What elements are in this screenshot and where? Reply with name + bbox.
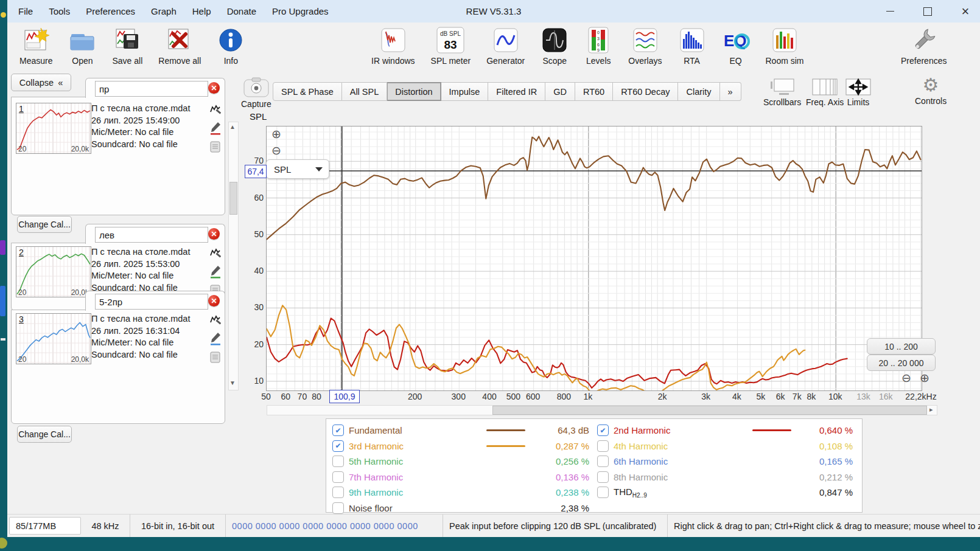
curve-fundamental (267, 136, 920, 239)
8th-harmonic-checkbox[interactable] (597, 471, 609, 483)
change-cal-button[interactable]: Change Cal... (17, 216, 72, 233)
rta-button[interactable]: RTA (674, 25, 710, 67)
trace-options-icon[interactable] (209, 314, 221, 326)
tab-rt60-decay[interactable]: RT60 Decay (613, 82, 678, 101)
measurement-3-card[interactable]: 32020,0kП с тесла на столе.mdat26 лип. 2… (11, 310, 225, 424)
limits-button[interactable]: Limits (845, 78, 872, 107)
y-axis-dropdown[interactable]: SPL (266, 159, 329, 179)
menu-pro-upgrades[interactable]: Pro Upgrades (272, 6, 329, 16)
3rd-harmonic-checkbox[interactable]: ✔ (332, 440, 344, 452)
delete-measurement-icon[interactable]: ✕ (208, 228, 220, 240)
tab-gd[interactable]: GD (545, 82, 575, 101)
scroll-right-icon[interactable]: ▸ (929, 406, 933, 414)
controls-button[interactable]: ⚙ Controls (915, 75, 947, 106)
sidebar-scrollbar[interactable] (228, 122, 239, 390)
range-button-10-200[interactable]: 10 .. 200 (867, 338, 936, 355)
tab-all-spl[interactable]: All SPL (342, 82, 388, 101)
graph-h-scrollbar[interactable] (267, 405, 937, 415)
graph-h-scrollbar-thumb[interactable] (492, 406, 927, 415)
tab-filtered-ir[interactable]: Filtered IR (488, 82, 545, 101)
ir-windows-button[interactable]: IR windows (368, 25, 419, 67)
eq-button[interactable]: EQEQ (718, 25, 754, 67)
measurement-file: П с тесла на столе.mdat (91, 103, 190, 115)
tab-spl-phase[interactable]: SPL & Phase (273, 82, 342, 101)
measure-button[interactable]: Measure (16, 25, 56, 67)
delete-measurement-icon[interactable]: ✕ (208, 82, 220, 94)
legend-value: 0,287 % (522, 441, 589, 451)
generator-button[interactable]: Generator (483, 25, 528, 67)
edit-pen-icon[interactable] (209, 122, 221, 135)
2nd-harmonic-checkbox[interactable]: ✔ (597, 425, 609, 436)
change-cal-button[interactable]: Change Cal... (17, 426, 72, 443)
x-tick-label: 800 (557, 392, 571, 401)
menu-graph[interactable]: Graph (151, 6, 177, 16)
desktop-icon[interactable] (0, 286, 5, 316)
trace-options-icon[interactable] (209, 248, 221, 259)
minimize-button[interactable] (881, 3, 898, 20)
title-bar: FileToolsPreferencesGraphHelpDonatePro U… (7, 0, 980, 23)
scroll-up-icon[interactable]: ▲ (229, 123, 236, 130)
measurement-actions (209, 314, 221, 363)
zoom-in-bottom-icon[interactable]: ⊕ (920, 372, 929, 384)
edit-pen-icon[interactable] (209, 265, 221, 279)
toolbar-button-label: Scope (542, 56, 567, 66)
menu-help[interactable]: Help (192, 6, 211, 16)
tab-impulse[interactable]: Impulse (441, 82, 489, 101)
zoom-out-bottom-icon[interactable]: ⊖ (901, 372, 911, 384)
menu-file[interactable]: File (18, 6, 33, 16)
measurement-1-card[interactable]: 12020,0kП с тесла на столе.mdat26 лип. 2… (11, 97, 225, 215)
measurement-details: П с тесла на столе.mdat26 лип. 2025 15:5… (91, 246, 190, 294)
legend-row-7th-harmonic: 7th Harmonic0,136 % (332, 470, 591, 485)
overlays-button[interactable]: Overlays (625, 25, 665, 67)
freq-axis-button[interactable]: Freq. Axis (806, 78, 844, 107)
capture-button[interactable]: Capture (241, 77, 271, 109)
maximize-button[interactable] (919, 3, 936, 20)
menu-tools[interactable]: Tools (49, 6, 70, 16)
6th-harmonic-checkbox[interactable] (597, 456, 609, 467)
notes-icon[interactable] (210, 352, 220, 363)
scrollbars-button[interactable]: Scrollbars (763, 78, 801, 107)
preferences-button[interactable]: Preferences (897, 25, 950, 67)
9th-harmonic-checkbox[interactable] (332, 487, 344, 498)
tab-rt60[interactable]: RT60 (575, 82, 613, 101)
desktop-icon[interactable] (1, 12, 6, 18)
thd-checkbox[interactable] (597, 487, 609, 498)
close-button[interactable]: × (957, 3, 974, 20)
menu-preferences[interactable]: Preferences (86, 6, 135, 16)
delete-measurement-icon[interactable]: ✕ (208, 295, 220, 307)
tab-clarity[interactable]: Clarity (678, 82, 719, 101)
7th-harmonic-checkbox[interactable] (332, 471, 344, 483)
remove-all-button[interactable]: Remove all (155, 25, 205, 67)
spl-meter-button[interactable]: dB SPL83SPL meter (427, 25, 475, 67)
distortion-legend: ✔Fundamental64,3 dB✔3rd Harmonic0,287 %5… (326, 418, 863, 513)
levels-button[interactable]: 0369Levels (581, 25, 616, 67)
measurement-name-input[interactable] (95, 227, 208, 243)
range-button-20-20000[interactable]: 20 .. 20 000 (867, 355, 936, 371)
zoom-out-icon[interactable]: ⊖ (271, 145, 281, 156)
collapse-button[interactable]: Collapse « (11, 74, 71, 91)
open-icon (69, 27, 96, 54)
open-button[interactable]: Open (65, 25, 100, 67)
distortion-plot[interactable] (266, 126, 922, 391)
measurement-name-input[interactable] (95, 81, 208, 97)
5th-harmonic-checkbox[interactable] (332, 456, 344, 467)
trace-options-icon[interactable] (209, 104, 221, 116)
scope-button[interactable]: Scope (537, 25, 572, 67)
4th-harmonic-checkbox[interactable] (597, 440, 609, 452)
tab-distortion[interactable]: Distortion (387, 82, 441, 101)
menu-donate[interactable]: Donate (227, 6, 256, 16)
desktop-icon[interactable] (0, 240, 5, 255)
sidebar-scrollbar-thumb[interactable] (229, 182, 237, 215)
info-button[interactable]: Info (213, 25, 248, 67)
scroll-down-icon[interactable]: ▼ (229, 379, 236, 386)
save-all-button[interactable]: Save all (108, 25, 146, 67)
noise-floor-checkbox[interactable] (332, 502, 344, 514)
notes-icon[interactable] (210, 141, 220, 153)
room-sim-button[interactable]: Room sim (762, 25, 808, 67)
desktop-icon[interactable] (1, 338, 5, 341)
zoom-in-icon[interactable]: ⊕ (271, 128, 281, 140)
measurement-name-input[interactable] (95, 294, 208, 310)
tabs-overflow-button[interactable]: » (720, 82, 741, 101)
fundamental-checkbox[interactable]: ✔ (332, 425, 344, 436)
edit-pen-icon[interactable] (209, 332, 221, 345)
